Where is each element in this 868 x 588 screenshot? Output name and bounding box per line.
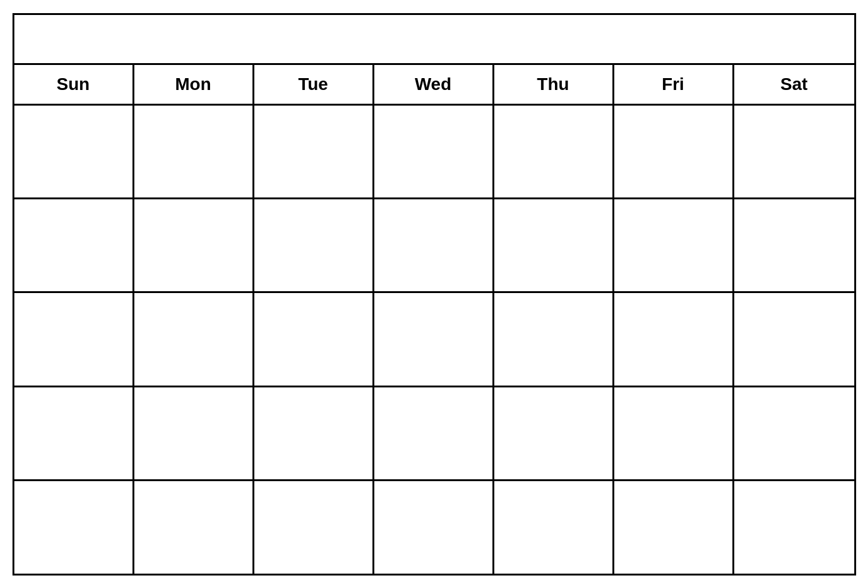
- day-cell[interactable]: [494, 199, 614, 291]
- day-cell[interactable]: [134, 293, 254, 385]
- week-row-4: [14, 387, 854, 481]
- day-cell[interactable]: [254, 106, 374, 197]
- week-row-3: [14, 293, 854, 387]
- day-cell[interactable]: [14, 199, 134, 291]
- day-cell[interactable]: [494, 481, 614, 573]
- day-cell[interactable]: [14, 481, 134, 573]
- day-cell[interactable]: [614, 199, 734, 291]
- header-sat: Sat: [734, 65, 854, 104]
- day-cell[interactable]: [734, 106, 854, 197]
- header-fri: Fri: [614, 65, 734, 104]
- header-thu: Thu: [494, 65, 614, 104]
- day-cell[interactable]: [134, 199, 254, 291]
- day-cell[interactable]: [734, 293, 854, 385]
- day-cell[interactable]: [254, 293, 374, 385]
- week-row-1: [14, 106, 854, 199]
- day-cell[interactable]: [14, 387, 134, 479]
- calendar: Sun Mon Tue Wed Thu Fri Sat: [12, 13, 856, 576]
- header-sun: Sun: [14, 65, 134, 104]
- day-cell[interactable]: [614, 481, 734, 573]
- day-cell[interactable]: [374, 293, 494, 385]
- day-cell[interactable]: [374, 387, 494, 479]
- day-cell[interactable]: [254, 387, 374, 479]
- day-cell[interactable]: [134, 106, 254, 197]
- day-cell[interactable]: [254, 481, 374, 573]
- day-cell[interactable]: [734, 481, 854, 573]
- day-cell[interactable]: [254, 199, 374, 291]
- day-cell[interactable]: [14, 106, 134, 197]
- calendar-header-row: Sun Mon Tue Wed Thu Fri Sat: [14, 65, 854, 106]
- day-cell[interactable]: [374, 481, 494, 573]
- day-cell[interactable]: [734, 199, 854, 291]
- week-row-5: [14, 481, 854, 573]
- week-row-2: [14, 199, 854, 293]
- day-cell[interactable]: [494, 293, 614, 385]
- header-mon: Mon: [134, 65, 254, 104]
- day-cell[interactable]: [614, 387, 734, 479]
- day-cell[interactable]: [134, 481, 254, 573]
- day-cell[interactable]: [494, 106, 614, 197]
- calendar-body: [14, 106, 854, 574]
- day-cell[interactable]: [494, 387, 614, 479]
- day-cell[interactable]: [614, 293, 734, 385]
- day-cell[interactable]: [374, 199, 494, 291]
- day-cell[interactable]: [734, 387, 854, 479]
- day-cell[interactable]: [134, 387, 254, 479]
- day-cell[interactable]: [14, 293, 134, 385]
- calendar-title-row: [14, 15, 854, 65]
- header-wed: Wed: [374, 65, 494, 104]
- header-tue: Tue: [254, 65, 374, 104]
- day-cell[interactable]: [614, 106, 734, 197]
- day-cell[interactable]: [374, 106, 494, 197]
